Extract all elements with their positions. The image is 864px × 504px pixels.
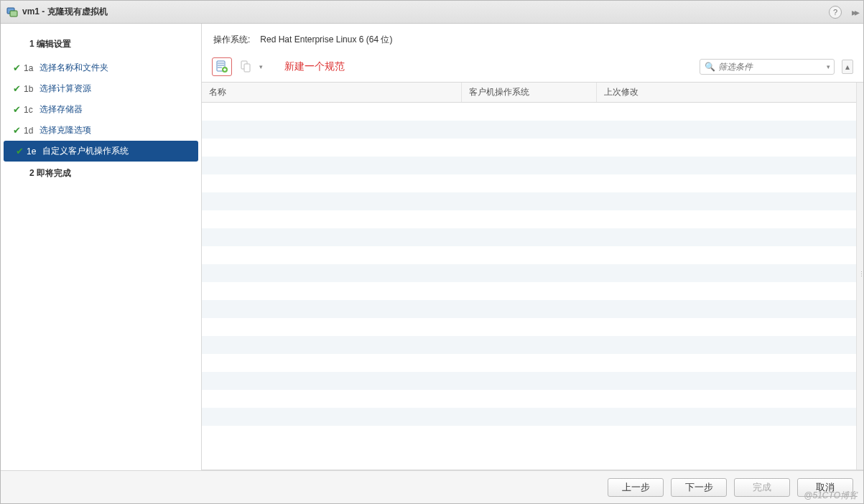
table-row[interactable] [202,426,856,444]
check-icon: ✔ [9,104,24,115]
new-spec-button[interactable] [212,57,232,76]
import-spec-button[interactable] [236,57,256,76]
filter-dropdown-icon[interactable]: ▾ [827,63,830,70]
scroll-grip-icon: ⋮⋮ [858,274,863,279]
back-button[interactable]: 上一步 [608,478,664,497]
table-row[interactable] [202,228,856,246]
table-row[interactable] [202,103,856,121]
table-body [202,103,856,444]
table-row[interactable] [202,372,856,390]
annotation-text: 新建一个规范 [284,60,345,73]
check-icon: ✔ [12,146,27,157]
table-row[interactable] [202,282,856,300]
table-row[interactable] [202,139,856,157]
table-row[interactable] [202,174,856,192]
step-1d[interactable]: ✔ 1d 选择克隆选项 [1,120,201,141]
step-1c[interactable]: ✔ 1c 选择存储器 [1,99,201,120]
os-header: 操作系统: Red Hat Enterprise Linux 6 (64 位) [202,24,863,53]
section-1-title: 1 编辑设置 [1,34,201,57]
window-title: vm1 - 克隆现有虚拟机 [22,6,108,18]
collapse-toggle[interactable]: ▸▸ [852,6,858,18]
filter-input[interactable] [718,62,827,72]
table-row[interactable] [202,210,856,228]
footer: 上一步 下一步 完成 取消 @51CTO博客 [1,470,863,503]
step-1b[interactable]: ✔ 1b 选择计算资源 [1,78,201,99]
cancel-button[interactable]: 取消 [797,478,853,497]
table-row[interactable] [202,408,856,426]
table-row[interactable] [202,390,856,408]
col-name[interactable]: 名称 [202,83,462,102]
os-value: Red Hat Enterprise Linux 6 (64 位) [260,34,392,46]
os-label: 操作系统: [213,34,250,46]
table-row[interactable] [202,354,856,372]
help-button[interactable]: ? [829,6,842,19]
table-row[interactable] [202,157,856,174]
clone-vm-wizard: vm1 - 克隆现有虚拟机 ? ▸▸ 1 编辑设置 ✔ 1a 选择名称和文件夹 … [0,0,864,504]
vertical-scrollbar[interactable]: ⋮⋮ [856,83,863,470]
main-panel: 操作系统: Red Hat Enterprise Linux 6 (64 位) … [202,24,863,470]
wizard-sidebar: 1 编辑设置 ✔ 1a 选择名称和文件夹 ✔ 1b 选择计算资源 ✔ 1c 选择… [1,24,202,470]
check-icon: ✔ [9,62,24,73]
spec-table: 名称 客户机操作系统 上次修改 [202,82,863,470]
next-button[interactable]: 下一步 [671,478,727,497]
dropdown-arrow-icon[interactable]: ▾ [259,63,263,70]
table-row[interactable] [202,246,856,264]
col-last-modified[interactable]: 上次修改 [597,83,856,102]
table-row[interactable] [202,264,856,282]
section-2-title: 2 即将完成 [1,162,201,184]
vm-icon [6,6,18,18]
toolbar: ▾ 新建一个规范 🔍 ▾ ▴ [202,53,863,82]
finish-button: 完成 [734,478,790,497]
table-row[interactable] [202,192,856,210]
search-icon: 🔍 [705,62,715,72]
table-row[interactable] [202,121,856,139]
table-row[interactable] [202,318,856,336]
filter-box[interactable]: 🔍 ▾ [700,59,835,75]
table-header: 名称 客户机操作系统 上次修改 [202,83,856,103]
table-row[interactable] [202,300,856,318]
svg-rect-1 [10,11,17,17]
svg-rect-5 [244,64,250,72]
scroll-top-button[interactable]: ▴ [842,60,853,74]
check-icon: ✔ [9,83,24,94]
table-row[interactable] [202,336,856,354]
check-icon: ✔ [9,125,24,136]
content-area: 1 编辑设置 ✔ 1a 选择名称和文件夹 ✔ 1b 选择计算资源 ✔ 1c 选择… [1,24,863,470]
titlebar: vm1 - 克隆现有虚拟机 ? ▸▸ [1,1,863,24]
step-1a[interactable]: ✔ 1a 选择名称和文件夹 [1,57,201,78]
col-guest-os[interactable]: 客户机操作系统 [462,83,596,102]
step-1e[interactable]: ✔ 1e 自定义客户机操作系统 [4,141,198,162]
